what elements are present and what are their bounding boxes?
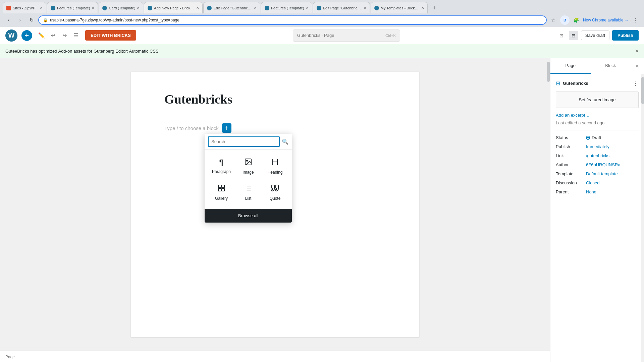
- main-scrollbar[interactable]: [547, 58, 550, 351]
- tab-label: Edit Page "Gutenbricks…: [323, 6, 362, 10]
- list-icon: [244, 184, 252, 194]
- field-value-link[interactable]: /gutenbricks: [586, 153, 609, 158]
- tab-favicon-wp: [265, 6, 269, 10]
- right-panel-scrollbar[interactable]: [641, 74, 644, 362]
- block-search-input[interactable]: [208, 136, 280, 147]
- svg-rect-2: [218, 185, 221, 188]
- block-item-paragraph[interactable]: ¶ Paragraph: [209, 154, 234, 179]
- chrome-menu-button[interactable]: ⋮: [631, 15, 640, 25]
- field-value-discussion[interactable]: Closed: [586, 180, 599, 185]
- reload-button[interactable]: ↻: [27, 15, 36, 25]
- back-button[interactable]: ‹: [4, 15, 13, 25]
- editor-area: Gutenbricks Type / to choose a block + 🔍: [0, 58, 550, 362]
- field-value-publish[interactable]: Immediately: [586, 144, 609, 149]
- notification-close-button[interactable]: ×: [635, 48, 639, 55]
- tab-card-template[interactable]: Card (Template) ✕: [99, 2, 143, 13]
- tab-block[interactable]: Block: [591, 58, 631, 74]
- heading-label: Heading: [268, 170, 283, 175]
- field-label-template: Template: [556, 171, 586, 176]
- undo-button[interactable]: ↩: [48, 30, 58, 41]
- new-tab-button[interactable]: +: [430, 3, 439, 13]
- tab-features-2[interactable]: Features (Template) ✕: [261, 2, 312, 13]
- panel-section-menu-icon[interactable]: ⋮: [633, 79, 639, 87]
- panel-close-button[interactable]: ✕: [631, 63, 644, 69]
- search-shortcut: Ctrl+K: [385, 34, 396, 38]
- field-label-author: Author: [556, 162, 586, 167]
- right-scroll-handle[interactable]: [641, 77, 644, 104]
- publish-button[interactable]: Publish: [612, 30, 639, 41]
- tab-sites-zipwp[interactable]: Sites - ZipWP ✕: [3, 2, 46, 13]
- block-placeholder-text: Type / to choose a block: [164, 125, 219, 131]
- tab-add-new-page[interactable]: Add New Page • Bricks 2… ✕: [144, 2, 203, 13]
- field-row-parent: Parent None: [556, 189, 639, 194]
- browse-all-button[interactable]: Browse all: [205, 209, 292, 223]
- notification-message: GutенBricks has optimized Add-on assets …: [5, 49, 159, 54]
- tab-bar: Sites - ZipWP ✕ Features (Template) ✕ Ca…: [0, 0, 644, 13]
- edit-icon[interactable]: ✏️: [36, 30, 47, 41]
- field-value-template[interactable]: Default template: [586, 171, 618, 176]
- chrome-profile-button[interactable]: B: [560, 15, 570, 25]
- tab-close-icon[interactable]: ✕: [254, 6, 257, 10]
- tab-page[interactable]: Page: [550, 58, 591, 74]
- page-title: Gutenbricks: [164, 92, 386, 107]
- tab-close-icon[interactable]: ✕: [196, 6, 199, 10]
- tab-favicon-wp: [207, 6, 212, 10]
- tab-favicon-wp: [374, 6, 379, 10]
- block-item-list[interactable]: List: [235, 180, 261, 205]
- block-picker-search-row: 🔍: [205, 134, 292, 150]
- tab-close-icon[interactable]: ✕: [306, 6, 309, 10]
- address-bar[interactable]: 🔒 usable-upasana-7ge.zipwp.top/wp-admin/…: [38, 15, 547, 25]
- tab-close-icon[interactable]: ✕: [92, 6, 94, 10]
- address-bar-row: ‹ › ↻ 🔒 usable-upasana-7ge.zipwp.top/wp-…: [0, 13, 644, 27]
- search-icon[interactable]: 🔍: [282, 138, 288, 145]
- field-value-author[interactable]: 6F6bURQUNSRa: [586, 162, 621, 167]
- tab-favicon-wp: [317, 6, 321, 10]
- status-text: Draft: [592, 135, 601, 140]
- block-item-heading[interactable]: Heading: [262, 154, 288, 179]
- forward-button[interactable]: ›: [15, 15, 25, 25]
- extensions-button[interactable]: 🧩: [572, 15, 581, 25]
- tab-edit-page[interactable]: Edit Page "Gutenbricks"… ✕: [203, 2, 260, 13]
- add-block-button[interactable]: +: [222, 123, 231, 133]
- main-scroll-handle[interactable]: [547, 62, 550, 82]
- add-new-button[interactable]: +: [21, 30, 32, 41]
- star-button[interactable]: ☆: [549, 15, 558, 25]
- status-indicator: [586, 136, 590, 140]
- tab-close-icon[interactable]: ✕: [40, 6, 43, 10]
- right-panel-content: ⊞ Gutenbricks ⋮ Set featured image Add a…: [550, 74, 644, 362]
- add-excerpt-link[interactable]: Add an excerpt…: [556, 113, 639, 118]
- tab-close-icon[interactable]: ✕: [364, 6, 366, 10]
- field-row-status: Status Draft: [556, 135, 639, 140]
- lock-icon: 🔒: [43, 18, 48, 22]
- save-draft-button[interactable]: Save draft: [581, 31, 609, 40]
- block-item-gallery[interactable]: Gallery: [209, 180, 234, 205]
- tab-label: Features (Template): [57, 6, 90, 10]
- view-options-button[interactable]: ☰: [70, 30, 81, 41]
- tab-label: My Templates • Bricks 2…: [381, 6, 420, 10]
- field-value-status[interactable]: Draft: [586, 135, 601, 140]
- right-panel-tabs: Page Block ✕: [550, 58, 644, 74]
- edit-with-bricks-button[interactable]: EDIT WITH BRICKS: [85, 30, 136, 41]
- tab-my-templates[interactable]: My Templates • Bricks 2… ✕: [371, 2, 428, 13]
- tab-label: Card (Template): [109, 6, 135, 10]
- redo-button[interactable]: ↪: [59, 30, 70, 41]
- search-bar[interactable]: Gutenbricks · Page Ctrl+K: [140, 29, 553, 42]
- tab-close-icon[interactable]: ✕: [137, 6, 140, 10]
- field-value-parent[interactable]: None: [586, 189, 596, 194]
- address-url: usable-upasana-7ge.zipwp.top/wp-admin/po…: [50, 18, 179, 22]
- block-item-quote[interactable]: Quote: [262, 180, 288, 205]
- layout-view-icon[interactable]: ⊡: [557, 31, 566, 40]
- main-layout: Gutenbricks Type / to choose a block + 🔍: [0, 58, 644, 362]
- block-item-image[interactable]: Image: [235, 154, 261, 179]
- svg-rect-4: [218, 188, 221, 191]
- tab-edit-page-2[interactable]: Edit Page "Gutenbricks… ✕: [313, 2, 370, 13]
- tab-favicon-wp: [148, 6, 152, 10]
- browser-chrome: Sites - ZipWP ✕ Features (Template) ✕ Ca…: [0, 0, 644, 27]
- wp-logo[interactable]: W: [5, 29, 17, 42]
- set-featured-image-button[interactable]: Set featured image: [556, 92, 639, 108]
- new-chrome-available[interactable]: New Chrome available →: [583, 18, 629, 22]
- tab-features-template[interactable]: Features (Template) ✕: [47, 2, 98, 13]
- notification-banner: GutенBricks has optimized Add-on assets …: [0, 44, 644, 58]
- settings-view-icon[interactable]: ⊟: [569, 31, 578, 40]
- tab-close-icon[interactable]: ✕: [421, 6, 424, 10]
